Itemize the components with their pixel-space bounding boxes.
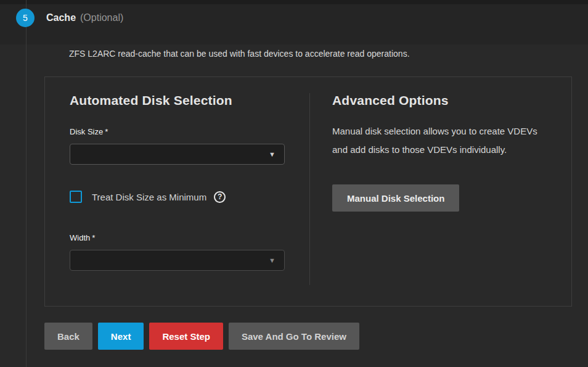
stepper-line (26, 0, 27, 367)
panel-divider (309, 93, 310, 285)
next-button[interactable]: Next (98, 323, 144, 350)
width-label: Width* (70, 233, 285, 242)
automated-disk-selection-section: Automated Disk Selection Disk Size* ▼ Tr… (45, 77, 309, 306)
required-marker: * (92, 233, 95, 242)
back-button[interactable]: Back (44, 323, 92, 350)
automated-section-heading: Automated Disk Selection (70, 93, 285, 108)
help-icon[interactable]: ? (214, 191, 226, 203)
required-marker: * (105, 127, 108, 136)
advanced-description-line: and add disks to those VDEVs individuall… (332, 141, 547, 159)
step-description: ZFS L2ARC read-cache that can be used wi… (69, 47, 563, 60)
advanced-description: Manual disk selection allows you to crea… (332, 122, 547, 159)
save-and-go-to-review-button[interactable]: Save And Go To Review (229, 323, 359, 350)
advanced-section-heading: Advanced Options (332, 93, 547, 108)
disk-selection-panel: Automated Disk Selection Disk Size* ▼ Tr… (44, 76, 572, 307)
cache-step-page: 5 Cache (Optional) ZFS L2ARC read-cache … (0, 0, 588, 367)
dropdown-arrow-icon: ▼ (269, 151, 276, 158)
disk-size-label-text: Disk Size (70, 127, 103, 136)
width-select[interactable]: ▼ (70, 250, 285, 271)
treat-disk-size-checkbox[interactable] (70, 191, 82, 203)
advanced-description-line: Manual disk selection allows you to crea… (332, 122, 547, 141)
disk-size-label: Disk Size* (70, 127, 285, 136)
wizard-action-buttons: Back Next Reset Step Save And Go To Revi… (44, 323, 359, 350)
width-label-text: Width (70, 233, 90, 242)
step-header[interactable]: 5 Cache (Optional) (16, 9, 123, 27)
disk-size-select[interactable]: ▼ (70, 144, 285, 165)
top-edge-strip (0, 0, 588, 4)
treat-disk-size-row: Treat Disk Size as Minimum ? (70, 191, 285, 203)
treat-disk-size-label: Treat Disk Size as Minimum (92, 192, 206, 202)
step-title: Cache (46, 12, 76, 23)
manual-disk-selection-button[interactable]: Manual Disk Selection (332, 184, 459, 212)
step-optional-label: (Optional) (80, 12, 123, 23)
dropdown-arrow-icon: ▼ (269, 257, 276, 264)
step-number-badge: 5 (16, 9, 35, 27)
reset-step-button[interactable]: Reset Step (149, 323, 223, 350)
advanced-options-section: Advanced Options Manual disk selection a… (309, 77, 571, 306)
